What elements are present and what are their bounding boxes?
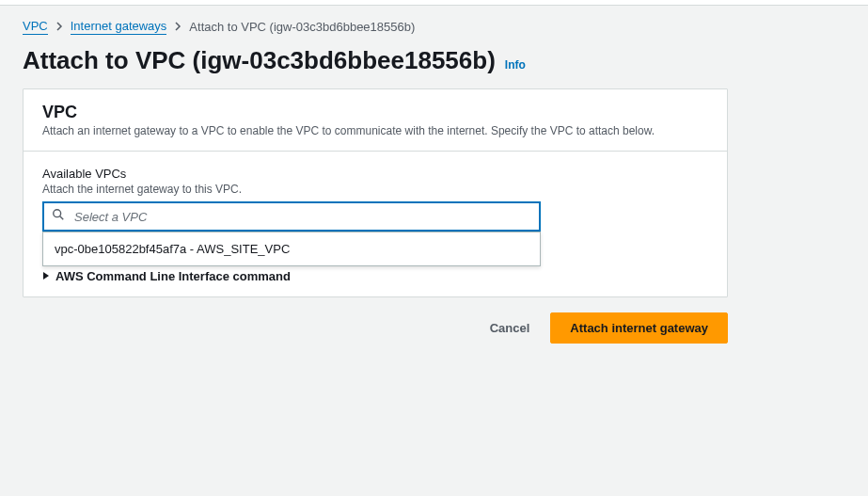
info-link[interactable]: Info bbox=[505, 58, 526, 72]
breadcrumb-current: Attach to VPC (igw-03c3bd6bbee18556b) bbox=[189, 20, 415, 34]
page-title-row: Attach to VPC (igw-03c3bd6bbee18556b) In… bbox=[0, 42, 868, 88]
caret-right-icon bbox=[42, 269, 50, 283]
vpc-input-wrap bbox=[42, 201, 541, 232]
panel-body: Available VPCs Attach the internet gatew… bbox=[24, 152, 727, 241]
actions-row: Cancel Attach internet gateway bbox=[23, 312, 728, 344]
svg-marker-2 bbox=[43, 272, 49, 280]
cli-expander-label: AWS Command Line Interface command bbox=[55, 269, 291, 283]
cancel-button[interactable]: Cancel bbox=[481, 313, 540, 343]
attach-internet-gateway-button[interactable]: Attach internet gateway bbox=[550, 312, 728, 344]
available-vpcs-help: Attach the internet gateway to this VPC. bbox=[42, 183, 708, 196]
breadcrumb-internet-gateways[interactable]: Internet gateways bbox=[71, 19, 167, 35]
breadcrumb-vpc[interactable]: VPC bbox=[23, 19, 48, 35]
panel-title: VPC bbox=[42, 103, 708, 122]
vpc-select-input[interactable] bbox=[42, 201, 541, 232]
breadcrumb: VPC Internet gateways Attach to VPC (igw… bbox=[0, 6, 868, 42]
vpc-option[interactable]: vpc-0be105822bf45af7a - AWS_SITE_VPC bbox=[43, 232, 540, 265]
cli-expander[interactable]: AWS Command Line Interface command bbox=[24, 269, 727, 296]
vpc-panel: VPC Attach an internet gateway to a VPC … bbox=[23, 88, 728, 297]
vpc-dropdown: vpc-0be105822bf45af7a - AWS_SITE_VPC bbox=[42, 232, 541, 266]
panel-description: Attach an internet gateway to a VPC to e… bbox=[42, 124, 708, 137]
page-title: Attach to VPC (igw-03c3bd6bbee18556b) bbox=[23, 46, 496, 75]
available-vpcs-label: Available VPCs bbox=[42, 167, 708, 181]
chevron-right-icon bbox=[174, 20, 181, 34]
panel-header: VPC Attach an internet gateway to a VPC … bbox=[24, 89, 727, 152]
chevron-right-icon bbox=[55, 20, 63, 34]
